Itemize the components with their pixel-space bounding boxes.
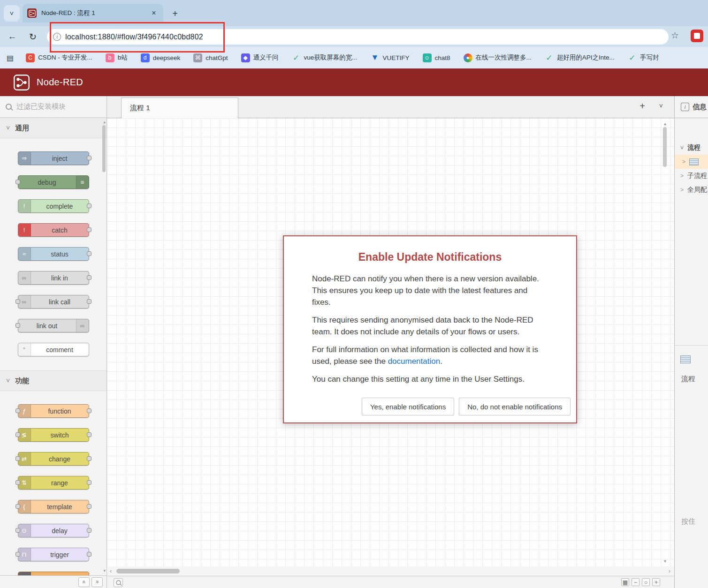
palette-node-link-out[interactable]: link out∞ xyxy=(18,319,89,332)
canvas-vertical-scrollbar[interactable] xyxy=(663,127,667,167)
canvas-scroll-down-icon[interactable]: ▾ xyxy=(664,558,666,564)
palette-node-exec[interactable]: ⚙exec xyxy=(18,572,89,575)
dialog-paragraph: This requires sending anonymised data ba… xyxy=(312,314,547,338)
site-info-icon[interactable]: i xyxy=(53,33,61,41)
bookmark-label: chat8 xyxy=(435,54,450,61)
subflows-label: 子流程 xyxy=(687,172,707,180)
sidebar-hint-text: 按住 xyxy=(681,517,695,526)
palette-node-label: complete xyxy=(31,200,89,212)
palette-node-comment[interactable]: “comment xyxy=(18,343,89,356)
palette-node-range[interactable]: ⇅range xyxy=(18,476,89,490)
info-icon: i xyxy=(681,103,689,111)
dialog-buttons: Yes, enable notifications No, do not ena… xyxy=(362,398,571,415)
chevron-right-icon: > xyxy=(680,173,684,179)
bookmark-item[interactable]: ☺chat8 xyxy=(423,53,450,62)
input-port xyxy=(15,432,20,437)
favorites-sidebar-icon[interactable]: ▤ xyxy=(7,53,14,62)
browser-tab[interactable]: Node-RED : 流程 1 × xyxy=(23,4,163,23)
address-bar[interactable]: i localhost:1880/#flow/3f4967440c0bd802 xyxy=(47,29,669,45)
canvas-search-button[interactable] xyxy=(114,578,123,587)
documentation-link[interactable]: documentation xyxy=(388,357,441,366)
palette-search-input[interactable]: 过滤已安装模块 xyxy=(0,96,107,118)
palette-category-header[interactable]: ˅功能 xyxy=(0,370,107,391)
new-tab-button[interactable]: + xyxy=(169,8,181,20)
palette-node-status[interactable]: ≈status xyxy=(18,247,89,261)
catch-icon: ! xyxy=(18,224,31,236)
output-port xyxy=(87,299,91,304)
double-chevron-down-icon: « xyxy=(94,580,100,584)
back-icon[interactable]: ← xyxy=(6,30,19,43)
palette-node-debug[interactable]: debug≡ xyxy=(18,175,89,189)
palette-scroll-down-icon[interactable]: ▾ xyxy=(103,568,106,573)
flows-section-header[interactable]: ˅ 流程 xyxy=(675,141,708,155)
bookmark-label: chatGpt xyxy=(206,54,228,61)
bookmark-item[interactable]: bb站 xyxy=(106,53,128,62)
tab-actions-button[interactable]: ˅ xyxy=(4,5,20,22)
canvas-horizontal-scrollbar[interactable] xyxy=(116,569,180,573)
palette-node-template[interactable]: {template xyxy=(18,500,89,513)
chevron-down-icon: ˅ xyxy=(680,144,684,151)
info-sidebar: i 信息 ˅ 流程 > > 子流程 > 全局配 流程 按住 xyxy=(674,96,708,588)
palette-node-list: ⇒injectdebug≡!complete!catch≈status∞link… xyxy=(0,138,107,370)
input-port xyxy=(15,504,20,509)
palette-node-switch[interactable]: ≶switch xyxy=(18,428,89,442)
flow-tab[interactable]: 流程 1 xyxy=(121,98,238,118)
sidebar-tab-info[interactable]: i 信息 xyxy=(675,96,708,118)
refresh-icon[interactable]: ↻ xyxy=(26,30,39,43)
info-flow-row xyxy=(675,352,708,366)
scroll-right-icon[interactable]: › xyxy=(669,567,670,574)
yes-enable-notifications-button[interactable]: Yes, enable notifications xyxy=(362,398,454,415)
output-port xyxy=(87,480,91,485)
palette-footer: « « xyxy=(0,575,107,588)
bookmark-item[interactable]: CCSDN - 专业开发... xyxy=(26,53,92,62)
extension-icon[interactable] xyxy=(691,30,703,42)
palette-node-change[interactable]: ⇄change xyxy=(18,452,89,466)
tab-close-icon[interactable]: × xyxy=(149,8,159,18)
info-detail-block: 流程 xyxy=(675,345,708,384)
output-port xyxy=(87,156,91,160)
palette-node-list: ƒfunction≶switch⇄change⇅range{template⊙d… xyxy=(0,391,107,575)
palette-category-header[interactable]: ˅通用 xyxy=(0,118,107,138)
bookmark-item[interactable]: ●在线一次性调整多... xyxy=(464,53,532,62)
palette-node-inject[interactable]: ⇒inject xyxy=(18,151,89,165)
add-flow-button[interactable]: + xyxy=(639,101,645,112)
palette-node-delay[interactable]: ⊙delay xyxy=(18,524,89,537)
flow-list-chevron-icon[interactable]: ˅ xyxy=(659,102,663,110)
palette-node-link-call[interactable]: ∞link call xyxy=(18,295,89,309)
subflows-section-header[interactable]: > 子流程 xyxy=(675,169,708,183)
zoom-reset-button[interactable]: ○ xyxy=(642,578,650,586)
palette-node-complete[interactable]: !complete xyxy=(18,199,89,213)
zoom-out-button[interactable]: − xyxy=(632,578,639,586)
bookmark-favicon: b xyxy=(106,53,114,62)
no-enable-notifications-button[interactable]: No, do not enable notifications xyxy=(459,398,571,415)
palette-node-label: trigger xyxy=(31,548,89,561)
palette-scrollbar[interactable] xyxy=(102,125,106,172)
palette-node-catch[interactable]: !catch xyxy=(18,223,89,237)
expand-all-button[interactable]: « xyxy=(91,577,103,587)
bookmark-item[interactable]: ▼VUETIFY xyxy=(371,53,410,62)
palette-scroll-up-icon[interactable]: ▴ xyxy=(103,120,106,124)
bookmark-item[interactable]: ✓vue获取屏幕的宽... xyxy=(292,53,358,62)
palette-node-function[interactable]: ƒfunction xyxy=(18,404,89,418)
palette-node-link-in[interactable]: ∞link in xyxy=(18,271,89,285)
collapse-all-button[interactable]: « xyxy=(78,577,90,587)
bookmark-item[interactable]: ✓手写封 xyxy=(628,53,659,62)
bookmark-item[interactable]: ddeepseek xyxy=(141,53,181,62)
output-port xyxy=(87,275,91,280)
bookmark-star-icon[interactable]: ☆ xyxy=(671,30,679,41)
global-config-label: 全局配 xyxy=(687,186,707,194)
bookmark-favicon: ◆ xyxy=(241,53,250,62)
flow-list-item-selected[interactable]: > xyxy=(675,155,708,169)
canvas-scroll-up-icon[interactable]: ▴ xyxy=(664,121,666,126)
bookmark-label: deepseek xyxy=(153,54,181,61)
navigator-toggle-button[interactable]: ▦ xyxy=(621,578,629,586)
palette-node-trigger[interactable]: ⊓trigger xyxy=(18,548,89,561)
bookmark-item[interactable]: ⌘chatGpt xyxy=(193,53,228,62)
bookmark-item[interactable]: ◆通义千问 xyxy=(241,53,279,62)
debug-icon: ≡ xyxy=(76,176,89,188)
inject-icon: ⇒ xyxy=(18,152,31,165)
zoom-in-button[interactable]: + xyxy=(652,578,660,586)
scroll-left-icon[interactable]: ‹ xyxy=(110,567,112,574)
global-config-section-header[interactable]: > 全局配 xyxy=(675,183,708,197)
bookmark-item[interactable]: ✓超好用的API之Inte... xyxy=(545,53,615,62)
